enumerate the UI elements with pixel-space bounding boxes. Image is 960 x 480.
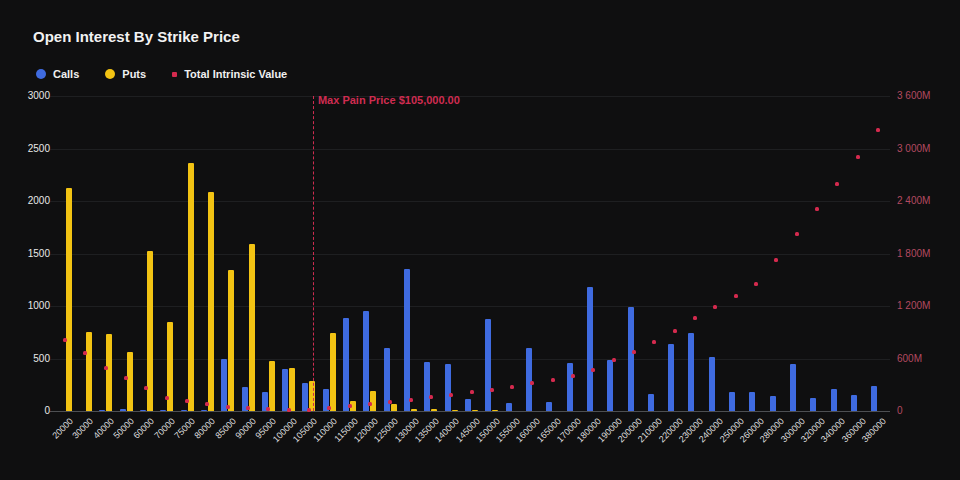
intrinsic-dot[interactable] — [612, 358, 616, 362]
open-interest-chart: Open Interest By Strike Price Calls Puts… — [0, 0, 960, 480]
bar-calls[interactable] — [302, 383, 308, 411]
intrinsic-dot[interactable] — [409, 398, 413, 402]
bar-calls[interactable] — [526, 348, 532, 411]
bar-calls[interactable] — [567, 363, 573, 411]
bar-puts[interactable] — [289, 368, 295, 411]
intrinsic-dot[interactable] — [632, 350, 636, 354]
intrinsic-dot[interactable] — [815, 207, 819, 211]
bar-puts[interactable] — [391, 404, 397, 411]
intrinsic-dot[interactable] — [429, 395, 433, 399]
bar-calls[interactable] — [770, 396, 776, 411]
gridline — [50, 96, 890, 97]
bar-calls[interactable] — [120, 409, 126, 411]
bar-calls[interactable] — [445, 364, 451, 411]
intrinsic-dot[interactable] — [104, 366, 108, 370]
bar-calls[interactable] — [506, 403, 512, 411]
intrinsic-dot[interactable] — [185, 399, 189, 403]
bar-calls[interactable] — [99, 410, 105, 411]
max-pain-line — [313, 96, 314, 411]
intrinsic-dot[interactable] — [226, 405, 230, 409]
intrinsic-dot[interactable] — [713, 305, 717, 309]
intrinsic-dot[interactable] — [63, 338, 67, 342]
plot-area: 0500100015002000250030000600M1 200M1 800… — [0, 0, 960, 480]
bar-calls[interactable] — [465, 399, 471, 411]
bar-puts[interactable] — [66, 188, 72, 411]
bar-calls[interactable] — [607, 360, 613, 411]
intrinsic-dot[interactable] — [165, 396, 169, 400]
bar-calls[interactable] — [404, 269, 410, 411]
bar-puts[interactable] — [492, 410, 498, 411]
y-axis-left-tick: 2500 — [4, 143, 50, 154]
bar-puts[interactable] — [452, 410, 458, 411]
bar-calls[interactable] — [831, 389, 837, 411]
bar-puts[interactable] — [228, 270, 234, 411]
bar-calls[interactable] — [628, 307, 634, 411]
bar-puts[interactable] — [431, 409, 437, 411]
gridline — [50, 359, 890, 360]
x-axis-line — [50, 411, 890, 412]
bar-calls[interactable] — [749, 392, 755, 411]
bar-puts[interactable] — [188, 163, 194, 411]
bar-calls[interactable] — [363, 311, 369, 411]
y-axis-right-tick: 3 600M — [897, 90, 930, 101]
bar-puts[interactable] — [330, 333, 336, 411]
intrinsic-dot[interactable] — [449, 393, 453, 397]
bar-calls[interactable] — [181, 410, 187, 411]
bar-calls[interactable] — [790, 364, 796, 411]
y-axis-left-tick: 3000 — [4, 90, 50, 101]
intrinsic-dot[interactable] — [530, 381, 534, 385]
bar-calls[interactable] — [282, 369, 288, 411]
intrinsic-dot[interactable] — [510, 385, 514, 389]
bar-calls[interactable] — [201, 410, 207, 411]
intrinsic-dot[interactable] — [571, 374, 575, 378]
bar-calls[interactable] — [546, 402, 552, 411]
bar-puts[interactable] — [411, 409, 417, 411]
y-axis-right-tick: 600M — [897, 353, 922, 364]
bar-calls[interactable] — [729, 392, 735, 411]
bar-calls[interactable] — [688, 333, 694, 411]
intrinsic-dot[interactable] — [835, 182, 839, 186]
intrinsic-dot[interactable] — [693, 316, 697, 320]
intrinsic-dot[interactable] — [734, 294, 738, 298]
intrinsic-dot[interactable] — [470, 390, 474, 394]
bar-calls[interactable] — [871, 386, 877, 411]
gridline — [50, 306, 890, 307]
bar-calls[interactable] — [140, 410, 146, 411]
bar-calls[interactable] — [810, 398, 816, 411]
bar-calls[interactable] — [343, 318, 349, 411]
bar-puts[interactable] — [106, 334, 112, 411]
intrinsic-dot[interactable] — [754, 282, 758, 286]
bar-puts[interactable] — [269, 361, 275, 411]
bar-puts[interactable] — [208, 192, 214, 411]
intrinsic-dot[interactable] — [591, 368, 595, 372]
bar-calls[interactable] — [485, 319, 491, 411]
bar-puts[interactable] — [370, 391, 376, 411]
bar-calls[interactable] — [587, 287, 593, 411]
y-axis-right-tick: 3 000M — [897, 143, 930, 154]
intrinsic-dot[interactable] — [856, 155, 860, 159]
y-axis-right-tick: 1 800M — [897, 248, 930, 259]
bar-calls[interactable] — [851, 395, 857, 411]
bar-calls[interactable] — [668, 344, 674, 411]
intrinsic-dot[interactable] — [876, 128, 880, 132]
intrinsic-dot[interactable] — [673, 329, 677, 333]
intrinsic-dot[interactable] — [652, 340, 656, 344]
bar-puts[interactable] — [249, 244, 255, 411]
bar-puts[interactable] — [472, 410, 478, 411]
bar-puts[interactable] — [86, 332, 92, 411]
bar-calls[interactable] — [221, 359, 227, 412]
intrinsic-dot[interactable] — [551, 378, 555, 382]
intrinsic-dot[interactable] — [287, 408, 291, 412]
bar-calls[interactable] — [709, 357, 715, 411]
bar-calls[interactable] — [424, 362, 430, 411]
bar-calls[interactable] — [160, 410, 166, 411]
bar-puts[interactable] — [127, 352, 133, 411]
intrinsic-dot[interactable] — [124, 376, 128, 380]
intrinsic-dot[interactable] — [774, 258, 778, 262]
intrinsic-dot[interactable] — [348, 404, 352, 408]
bar-calls[interactable] — [648, 394, 654, 411]
max-pain-label: Max Pain Price $105,000.00 — [318, 94, 460, 106]
intrinsic-dot[interactable] — [795, 232, 799, 236]
y-axis-right-tick: 1 200M — [897, 300, 930, 311]
intrinsic-dot[interactable] — [490, 388, 494, 392]
